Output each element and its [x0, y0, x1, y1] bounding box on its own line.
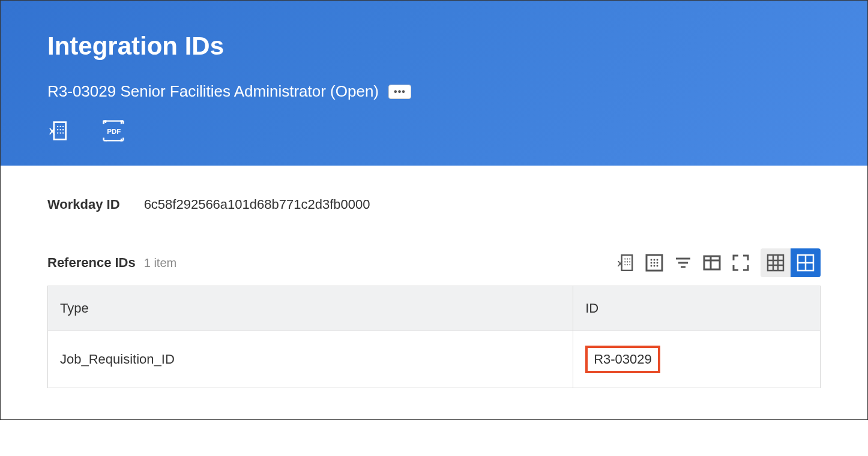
- svg-point-28: [654, 262, 656, 264]
- svg-point-16: [624, 261, 625, 262]
- grid-view-expanded-button[interactable]: [791, 248, 821, 277]
- svg-point-32: [657, 265, 659, 267]
- svg-text:X: X: [49, 126, 56, 136]
- pdf-icon: PDF: [103, 118, 124, 144]
- filter-button[interactable]: [672, 251, 695, 274]
- svg-point-30: [651, 265, 653, 267]
- table-header-id[interactable]: ID: [573, 286, 821, 331]
- svg-point-13: [624, 259, 625, 260]
- grid-view-compact-button[interactable]: [761, 248, 791, 277]
- reference-ids-table: Type ID Job_Requisition_ID R3-03029: [47, 286, 821, 388]
- export-table-excel-button[interactable]: X: [614, 251, 637, 274]
- svg-point-2: [59, 126, 61, 127]
- workday-id-field: Workday ID 6c58f292566a101d68b771c2d3fb0…: [47, 197, 821, 212]
- svg-point-21: [629, 264, 630, 265]
- svg-point-20: [627, 264, 628, 265]
- columns-button[interactable]: [701, 251, 723, 274]
- page-title: Integration IDs: [47, 32, 821, 61]
- table-cell-id: R3-03029: [573, 331, 821, 388]
- ellipsis-icon: •••: [394, 87, 406, 97]
- svg-point-9: [62, 132, 64, 133]
- svg-point-8: [59, 132, 61, 133]
- table-toolbar: X: [614, 248, 821, 277]
- svg-rect-36: [704, 256, 720, 269]
- content-area: Workday ID 6c58f292566a101d68b771c2d3fb0…: [1, 166, 867, 419]
- workday-id-label: Workday ID: [47, 197, 120, 212]
- svg-rect-39: [768, 255, 783, 271]
- svg-point-5: [59, 129, 61, 130]
- table-header-type[interactable]: Type: [48, 286, 573, 331]
- filter-icon: [674, 254, 692, 272]
- reference-ids-header: Reference IDs 1 item: [47, 248, 821, 277]
- svg-point-29: [657, 262, 659, 264]
- export-row: X PDF: [47, 120, 821, 142]
- fullscreen-icon: [732, 254, 749, 271]
- excel-icon: X: [616, 253, 635, 272]
- table-cell-type: Job_Requisition_ID: [48, 331, 573, 388]
- svg-point-17: [627, 261, 628, 262]
- worksheet-icon: [645, 254, 663, 272]
- svg-point-1: [57, 126, 58, 127]
- svg-point-25: [654, 259, 656, 261]
- svg-point-24: [651, 259, 653, 261]
- columns-icon: [703, 254, 721, 272]
- reference-ids-count: 1 item: [144, 256, 176, 270]
- export-excel-button[interactable]: X: [47, 120, 69, 142]
- table-row: Job_Requisition_ID R3-03029: [48, 331, 821, 388]
- grid-compact-icon: [767, 254, 785, 272]
- reference-ids-title: Reference IDs: [47, 255, 136, 271]
- svg-point-3: [62, 126, 64, 127]
- svg-point-4: [57, 129, 58, 130]
- svg-point-27: [651, 262, 653, 264]
- svg-point-14: [627, 259, 628, 260]
- grid-expanded-icon: [797, 254, 815, 272]
- svg-point-19: [624, 264, 625, 265]
- header-banner: Integration IDs R3-03029 Senior Faciliti…: [1, 1, 867, 166]
- worksheet-button[interactable]: [643, 251, 666, 274]
- record-title: R3-03029 Senior Facilities Administrator…: [47, 82, 379, 101]
- svg-point-18: [629, 261, 630, 262]
- svg-point-6: [62, 129, 64, 130]
- subtitle-row: R3-03029 Senior Facilities Administrator…: [47, 82, 821, 101]
- svg-rect-0: [54, 122, 66, 140]
- export-pdf-button[interactable]: PDF: [103, 120, 124, 142]
- svg-point-26: [657, 259, 659, 261]
- svg-point-7: [57, 132, 58, 133]
- highlighted-id-value: R3-03029: [585, 346, 660, 373]
- svg-point-15: [629, 259, 630, 260]
- more-actions-button[interactable]: •••: [388, 85, 411, 99]
- svg-text:X: X: [617, 259, 622, 268]
- fullscreen-button[interactable]: [729, 251, 752, 274]
- svg-text:PDF: PDF: [107, 128, 121, 135]
- excel-icon: X: [47, 119, 69, 143]
- workday-id-value: 6c58f292566a101d68b771c2d3fb0000: [144, 197, 370, 212]
- svg-rect-12: [622, 255, 633, 271]
- svg-point-31: [654, 265, 656, 267]
